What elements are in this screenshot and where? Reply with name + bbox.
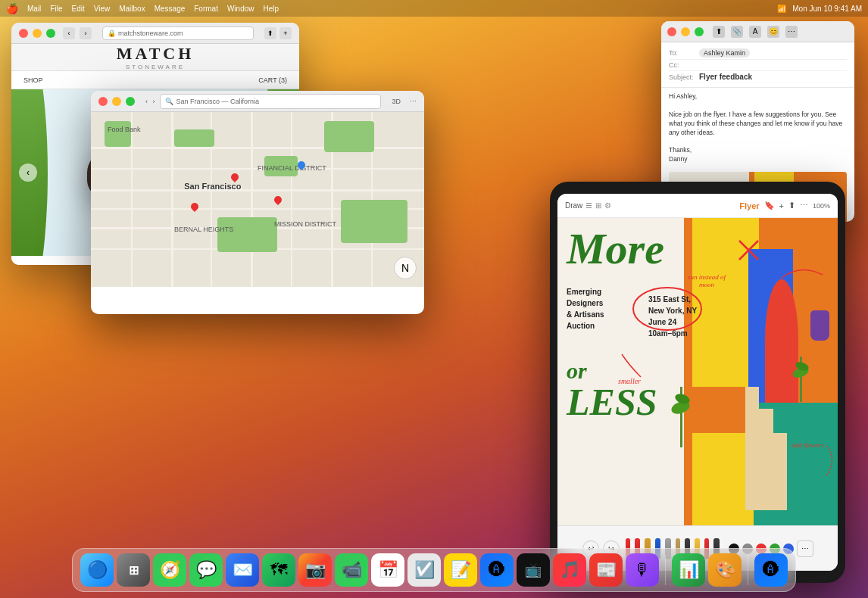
dock-reminders[interactable]: ☑️	[407, 553, 441, 587]
menubar-right: 📶 Mon Jun 10 9:41 AM	[777, 5, 862, 13]
facetime-icon: 📹	[342, 560, 362, 580]
ipad-more-icon[interactable]: ⋯	[800, 201, 808, 210]
ipad-titlebar: Draw ☰ ⊞ ⚙ Flyer 🔖 + ⬆ ⋯ 100%	[557, 194, 838, 218]
dock: 🔵 ⊞ 🧭 💬 ✉️ 🗺 📷 📹 📅 ☑️ 📝 🅐 📺 🎵 📰 🎙	[72, 548, 796, 592]
dock-facetime[interactable]: 📹	[335, 553, 368, 587]
dock-maps[interactable]: 🗺	[262, 553, 295, 587]
maps-options[interactable]: ⋯	[410, 98, 417, 105]
share-button[interactable]: ⬆	[264, 27, 276, 39]
new-tab-button[interactable]: +	[279, 27, 292, 39]
ipad-view-icon[interactable]: ⊞	[595, 201, 601, 210]
ipad-settings-icon[interactable]: ⚙	[604, 201, 611, 210]
map-road	[291, 112, 292, 287]
dock-new-app[interactable]: 🅐	[754, 553, 788, 587]
map-park	[105, 121, 131, 148]
flyer-info-block: Emerging Designers & Artisans Auction	[567, 286, 604, 332]
dock-podcasts[interactable]: 🎙	[626, 553, 659, 587]
flowers-annotation: add flowers	[792, 441, 823, 449]
format-button[interactable]: A	[749, 26, 761, 38]
flyer-stair3	[773, 433, 788, 510]
mail-maximize[interactable]	[695, 27, 704, 36]
minimize-button[interactable]	[33, 29, 42, 38]
time: 10am–6pm	[648, 329, 688, 338]
send-button[interactable]: ⬆	[713, 26, 725, 38]
message-menu[interactable]: Message	[155, 5, 186, 13]
flyer-vase	[810, 310, 829, 341]
edit-menu[interactable]: Edit	[71, 5, 84, 13]
to-field: To: Ashley Kamin	[669, 47, 847, 60]
mail-minimize[interactable]	[681, 27, 690, 36]
site-header: MATCH STONEWARE	[11, 44, 299, 71]
forward-button[interactable]: ›	[80, 27, 92, 39]
reminders-icon: ☑️	[414, 560, 435, 580]
flyer-less: LESS	[567, 381, 657, 423]
ipad-draw-label: Draw	[565, 201, 582, 210]
dock-numbers[interactable]: 📊	[672, 553, 705, 587]
map-park	[341, 200, 407, 244]
dock-messages[interactable]: 💬	[189, 553, 223, 587]
dock-appstore[interactable]: 🅐	[480, 553, 514, 587]
dock-music[interactable]: 🎵	[553, 553, 586, 587]
dock-appletv[interactable]: 📺	[517, 553, 550, 587]
cc-field[interactable]: Cc:	[669, 60, 847, 71]
dock-mail[interactable]: ✉️	[226, 553, 259, 587]
ipad-share-icon[interactable]: ⬆	[788, 201, 795, 210]
dock-photos[interactable]: 📷	[298, 553, 332, 587]
dock-news[interactable]: 📰	[589, 553, 623, 587]
map-district3-label: MISSION DISTRICT	[274, 220, 336, 228]
brand-sub: STONEWARE	[117, 64, 195, 70]
dock-separator	[665, 555, 666, 585]
attach-button[interactable]: 📎	[731, 26, 743, 38]
ipad-bookmark-icon[interactable]: 🔖	[764, 201, 775, 210]
recipient-tag[interactable]: Ashley Kamin	[699, 48, 750, 58]
ipad-menu-icon[interactable]: ☰	[585, 201, 592, 210]
emoji-button[interactable]: 😊	[767, 26, 779, 38]
compass[interactable]: N	[394, 257, 417, 279]
maps-nav: ‹ ›	[145, 98, 155, 105]
mail-body[interactable]: Hi Ashley, Nice job on the flyer. I have…	[661, 88, 854, 169]
mail-menu[interactable]: Mail	[27, 5, 41, 13]
more-button[interactable]: ⋯	[785, 26, 798, 38]
mail-close[interactable]	[667, 27, 676, 36]
dock-notes[interactable]: 📝	[444, 553, 477, 587]
maps-back[interactable]: ‹	[145, 98, 148, 105]
ipad-screen: Draw ☰ ⊞ ⚙ Flyer 🔖 + ⬆ ⋯ 100%	[557, 194, 838, 571]
map-district2-label: BERNAL HEIGHTS	[174, 226, 233, 233]
news-icon: 📰	[596, 560, 617, 580]
more-colors-button[interactable]: ⋯	[797, 540, 813, 557]
maps-forward[interactable]: ›	[153, 98, 155, 105]
address-bar[interactable]: 🔒 matchstoneware.com	[102, 26, 254, 40]
maps-3d-button[interactable]: 3D	[392, 98, 401, 105]
dock-finder[interactable]: 🔵	[80, 553, 114, 587]
flyer-or-block: or	[567, 358, 587, 384]
flyer-plant-left	[671, 387, 698, 447]
prev-button[interactable]: ‹	[19, 164, 37, 182]
view-menu[interactable]: View	[94, 5, 111, 13]
ipad-nav-icons: Draw ☰ ⊞ ⚙	[565, 201, 611, 210]
mailbox-menu[interactable]: Mailbox	[119, 5, 145, 13]
format-menu[interactable]: Format	[194, 5, 218, 13]
ipad-add-icon[interactable]: +	[779, 201, 784, 210]
maps-search-text: San Francisco — California	[176, 98, 260, 105]
flyer-bg-yellow2	[692, 433, 754, 525]
apple-menu[interactable]: 🍎	[6, 3, 18, 14]
dock-keynote[interactable]: 🎨	[708, 553, 742, 587]
dock-safari[interactable]: 🧭	[153, 553, 186, 587]
map-district-label: FINANCIAL DISTRICT	[258, 164, 326, 172]
maximize-button[interactable]	[46, 29, 55, 38]
subject-value[interactable]: Flyer feedback	[699, 73, 752, 81]
maps-maximize[interactable]	[126, 97, 135, 106]
file-menu[interactable]: File	[50, 5, 62, 13]
help-menu[interactable]: Help	[264, 5, 279, 13]
maps-close[interactable]	[98, 97, 108, 106]
maps-search-bar[interactable]: 🔍 San Francisco — California	[160, 94, 382, 109]
shop-link[interactable]: SHOP	[23, 76, 43, 84]
back-button[interactable]: ‹	[63, 27, 75, 39]
dock-calendar[interactable]: 📅	[371, 553, 404, 587]
window-menu[interactable]: Window	[227, 5, 254, 13]
maps-minimize[interactable]	[112, 97, 121, 106]
dock-launchpad[interactable]: ⊞	[117, 553, 150, 587]
ipad: Draw ☰ ⊞ ⚙ Flyer 🔖 + ⬆ ⋯ 100%	[550, 182, 845, 583]
cart-link[interactable]: CART (3)	[258, 76, 287, 84]
close-button[interactable]	[19, 29, 28, 38]
